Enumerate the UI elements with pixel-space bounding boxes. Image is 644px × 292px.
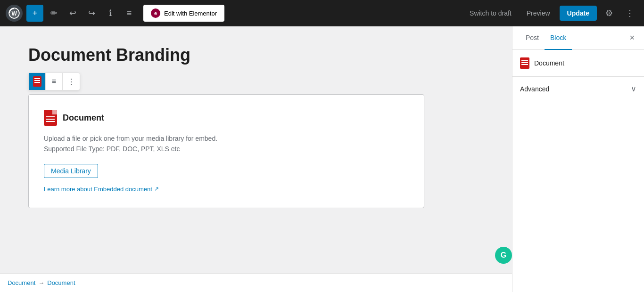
external-link-icon: ↗: [154, 186, 159, 192]
more-icon: ⋮: [626, 8, 634, 18]
tab-block[interactable]: Block: [545, 26, 572, 50]
document-icon-large: [44, 110, 57, 126]
post-title: Document Branding: [28, 45, 484, 65]
upload-description: Upload a file or pick one from your medi…: [44, 133, 409, 154]
sidebar-tabs: Post Block ×: [512, 26, 644, 50]
media-library-button[interactable]: Media Library: [44, 164, 98, 178]
document-block: Document Upload a file or pick one from …: [28, 94, 424, 208]
breadcrumb-item-1[interactable]: Document: [8, 279, 35, 286]
grammarly-icon-letter: G: [501, 251, 506, 260]
update-label: Update: [567, 9, 589, 17]
toolbar-right: Switch to draft Preview Update ⚙ ⋮: [464, 5, 638, 22]
block-more-button[interactable]: ⋮: [63, 73, 80, 90]
undo-icon: ↩: [69, 8, 76, 18]
redo-button[interactable]: ↪: [83, 5, 100, 22]
sidebar-block-name: Document: [534, 59, 564, 67]
document-block-icon: [33, 76, 41, 87]
description-line2: Supported File Type: PDF, DOC, PPT, XLS …: [44, 144, 409, 154]
block-info-section: Document: [512, 50, 644, 77]
advanced-label: Advanced: [520, 85, 549, 93]
top-toolbar: W + ✏ ↩ ↪ ℹ ≡ e Edit with Elementor Swit…: [0, 0, 644, 26]
plus-icon: +: [33, 8, 38, 18]
pencil-icon: ✏: [50, 8, 58, 18]
undo-button[interactable]: ↩: [64, 5, 81, 22]
sidebar-close-button[interactable]: ×: [627, 31, 636, 45]
info-icon: ℹ: [109, 8, 112, 18]
update-button[interactable]: Update: [560, 6, 597, 21]
svg-text:W: W: [12, 10, 17, 17]
more-options-button[interactable]: ⋮: [621, 5, 638, 22]
settings-button[interactable]: ⚙: [601, 5, 618, 22]
block-type-button[interactable]: [29, 73, 46, 90]
edit-with-elementor-button[interactable]: e Edit with Elementor: [143, 5, 224, 22]
preview-label: Preview: [527, 9, 550, 17]
document-block-header: Document: [44, 110, 409, 126]
description-line1: Upload a file or pick one from your medi…: [44, 133, 409, 144]
elementor-label: Edit with Elementor: [164, 10, 217, 17]
gear-icon: ⚙: [605, 8, 613, 18]
close-icon: ×: [629, 33, 635, 43]
edit-mode-button[interactable]: ✏: [45, 5, 62, 22]
advanced-header[interactable]: Advanced ∨: [520, 77, 636, 101]
grammarly-button[interactable]: G: [495, 247, 512, 264]
block-section-header: Document: [520, 57, 636, 69]
list-icon: ≡: [127, 8, 132, 18]
elementor-icon: e: [151, 8, 160, 18]
content-area: Document Branding ≡ ⋮ Document Upload a …: [0, 26, 512, 292]
list-view-button[interactable]: ≡: [121, 5, 138, 22]
info-button[interactable]: ℹ: [102, 5, 119, 22]
breadcrumb: Document → Document: [0, 273, 512, 292]
preview-button[interactable]: Preview: [521, 7, 556, 20]
switch-draft-label: Switch to draft: [470, 9, 512, 17]
advanced-section: Advanced ∨: [512, 77, 644, 101]
block-more-icon: ⋮: [67, 77, 75, 86]
add-block-button[interactable]: +: [26, 5, 43, 22]
learn-more-link[interactable]: Learn more about Embedded document ↗: [44, 186, 409, 193]
breadcrumb-separator: →: [38, 279, 44, 286]
block-toolbar: ≡ ⋮: [28, 73, 80, 90]
redo-icon: ↪: [88, 8, 95, 18]
main-layout: Document Branding ≡ ⋮ Document Upload a …: [0, 26, 644, 292]
breadcrumb-item-2[interactable]: Document: [47, 279, 75, 286]
block-align-button[interactable]: ≡: [46, 73, 63, 90]
right-sidebar: Post Block × Document Advanced ∨: [512, 26, 644, 292]
learn-more-text: Learn more about Embedded document: [44, 186, 152, 193]
document-block-heading: Document: [63, 113, 104, 123]
chevron-down-icon: ∨: [631, 84, 636, 93]
wp-logo-button[interactable]: W: [6, 5, 23, 22]
align-icon: ≡: [52, 77, 56, 86]
media-library-label: Media Library: [51, 167, 91, 175]
switch-to-draft-button[interactable]: Switch to draft: [464, 7, 517, 20]
sidebar-doc-icon: [520, 57, 529, 69]
tab-post[interactable]: Post: [520, 26, 545, 50]
